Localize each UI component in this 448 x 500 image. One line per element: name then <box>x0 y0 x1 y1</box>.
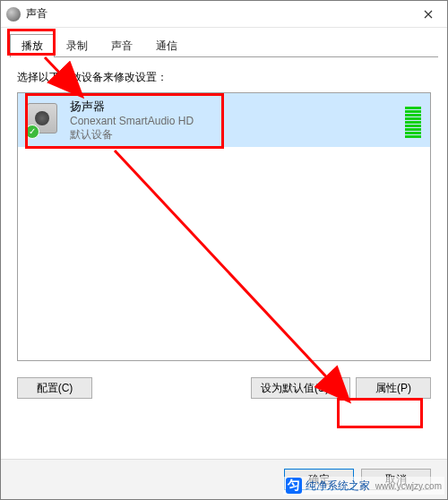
check-icon: ✓ <box>25 125 39 139</box>
device-name: 扬声器 <box>70 99 400 115</box>
device-list[interactable]: ✓ 扬声器 Conexant SmartAudio HD 默认设备 <box>17 92 431 361</box>
tab-sounds[interactable]: 声音 <box>99 34 144 57</box>
titlebar: 声音 <box>1 1 447 28</box>
tab-label: 录制 <box>66 39 88 52</box>
set-default-button[interactable]: 设为默认值(S) ▼ <box>251 377 350 399</box>
properties-button[interactable]: 属性(P) <box>356 377 431 399</box>
button-label: 配置(C) <box>37 381 73 396</box>
device-row[interactable]: ✓ 扬声器 Conexant SmartAudio HD 默认设备 <box>18 93 430 147</box>
close-button[interactable] <box>415 1 442 28</box>
tab-label: 通信 <box>156 39 177 52</box>
device-buttons-row: 配置(C) 设为默认值(S) ▼ 属性(P) <box>17 377 431 399</box>
tab-label: 声音 <box>111 39 133 52</box>
watermark-url: www.ycwjzy.com <box>375 481 442 491</box>
tab-recording[interactable]: 录制 <box>55 34 99 57</box>
watermark-name: 纯净系统之家 <box>306 478 370 494</box>
device-driver: Conexant SmartAudio HD <box>70 115 400 127</box>
content-area: 选择以下播放设备来修改设置： ✓ 扬声器 Conexant SmartAudio… <box>1 57 447 459</box>
configure-button[interactable]: 配置(C) <box>17 377 92 399</box>
tab-communications[interactable]: 通信 <box>144 34 189 57</box>
close-icon <box>424 10 433 19</box>
instruction-text: 选择以下播放设备来修改设置： <box>17 70 431 85</box>
watermark-logo: 匀 <box>286 478 302 494</box>
level-meter <box>405 102 421 138</box>
window-title: 声音 <box>26 6 415 22</box>
chevron-down-icon: ▼ <box>332 384 340 392</box>
sound-dialog: 声音 播放 录制 声音 通信 选择以下播放设备来修改设置： ✓ 扬声器 Cone… <box>0 0 448 500</box>
tab-playback[interactable]: 播放 <box>10 34 55 57</box>
device-text: 扬声器 Conexant SmartAudio HD 默认设备 <box>70 99 400 142</box>
button-label: 设为默认值(S) <box>261 381 329 396</box>
tab-label: 播放 <box>22 39 43 52</box>
device-icon-wrap: ✓ <box>27 103 61 137</box>
device-status-text: 默认设备 <box>70 127 400 142</box>
app-icon <box>6 7 21 22</box>
tab-strip: 播放 录制 声音 通信 <box>1 28 447 56</box>
watermark: 匀 纯净系统之家 www.ycwjzy.com <box>283 477 444 495</box>
button-label: 属性(P) <box>375 381 411 396</box>
